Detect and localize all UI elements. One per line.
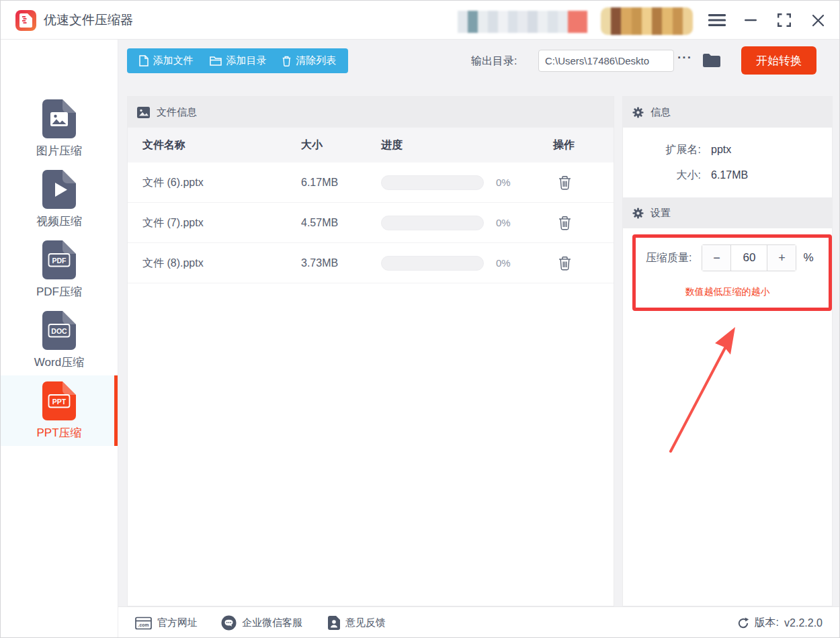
file-actions-toolbar: 添加文件 添加目录 清除列表 xyxy=(127,48,348,73)
gear-icon xyxy=(632,107,644,118)
trash-icon xyxy=(558,256,571,271)
picture-icon xyxy=(137,107,150,118)
svg-text:.com: .com xyxy=(138,623,149,627)
settings-header: 设置 xyxy=(623,197,832,228)
file-size: 4.57MB xyxy=(301,203,338,243)
quality-note: 数值越低压缩的越小 xyxy=(623,286,832,298)
add-file-button[interactable]: 添加文件 xyxy=(135,54,198,67)
delete-file-button[interactable] xyxy=(556,255,573,271)
dotcom-browser-icon: .com xyxy=(135,617,152,630)
ppt-doc-icon: PPT xyxy=(42,381,77,420)
close-icon[interactable] xyxy=(806,1,830,40)
size-label: 大小: xyxy=(623,169,701,183)
quality-stepper: − 60 + xyxy=(702,244,796,271)
quality-plus-button[interactable]: + xyxy=(767,245,796,271)
redacted-avatar xyxy=(601,7,693,35)
sidebar-item-label: 视频压缩 xyxy=(36,214,82,229)
file-size: 3.73MB xyxy=(301,243,338,283)
sidebar-item-ppt-compress[interactable]: PPT PPT压缩 xyxy=(1,375,118,446)
progress-percent: 0% xyxy=(496,163,511,203)
sidebar-item-video-compress[interactable]: 视频压缩 xyxy=(1,164,118,234)
add-folder-icon xyxy=(210,56,222,66)
sidebar-item-label: PDF压缩 xyxy=(36,284,82,300)
progress-bar xyxy=(381,175,484,190)
minimize-icon[interactable] xyxy=(739,1,763,40)
trash-icon xyxy=(558,216,571,230)
sidebar: 图片压缩 视频压缩 PDF PDF压缩 DOC xyxy=(1,40,118,637)
file-list-panel: 文件信息 文件名称 大小 进度 操作 文件 (6).pptx 6.17MB 0%… xyxy=(127,96,614,606)
open-folder-button[interactable] xyxy=(702,52,721,71)
feedback-doc-icon xyxy=(328,616,340,630)
clear-list-button[interactable]: 清除列表 xyxy=(278,54,340,67)
sidebar-item-pdf-compress[interactable]: PDF PDF压缩 xyxy=(1,234,118,305)
info-body: 扩展名: pptx 大小: 6.17MB xyxy=(623,128,832,197)
output-dir-label: 输出目录: xyxy=(471,48,517,73)
add-file-icon xyxy=(139,55,149,66)
file-name: 文件 (6).pptx xyxy=(142,163,204,203)
info-settings-panel: 信息 扩展名: pptx 大小: 6.17MB xyxy=(622,96,833,606)
delete-file-button[interactable] xyxy=(556,175,573,191)
video-doc-icon xyxy=(42,170,77,209)
file-info-title: 文件信息 xyxy=(157,106,197,119)
progress-percent: 0% xyxy=(496,203,511,243)
add-directory-button[interactable]: 添加目录 xyxy=(206,54,271,67)
maximize-icon[interactable] xyxy=(772,1,796,40)
wechat-chat-icon xyxy=(221,615,237,631)
wechat-service-link[interactable]: 企业微信客服 xyxy=(221,607,302,638)
svg-text:PDF: PDF xyxy=(52,256,67,264)
quality-minus-button[interactable]: − xyxy=(702,245,730,271)
file-size: 6.17MB xyxy=(301,163,338,203)
file-info-header: 文件信息 xyxy=(128,97,614,128)
percent-sign: % xyxy=(803,251,813,265)
progress-percent: 0% xyxy=(496,243,511,283)
col-size: 大小 xyxy=(301,128,323,163)
version-update[interactable]: 版本: v2.2.2.0 xyxy=(737,607,823,638)
output-dir-input[interactable] xyxy=(538,50,674,72)
redacted-badge xyxy=(458,11,587,33)
pdf-doc-icon: PDF xyxy=(42,240,77,279)
sidebar-item-image-compress[interactable]: 图片压缩 xyxy=(1,93,118,164)
hamburger-menu-icon[interactable] xyxy=(705,1,729,40)
quality-value[interactable]: 60 xyxy=(730,245,767,271)
progress-bar xyxy=(381,216,484,230)
footer-bar: .com 官方网址 企业微信客服 意见反馈 版本: xyxy=(118,606,839,638)
app-title: 优速文件压缩器 xyxy=(44,1,133,40)
word-doc-icon: DOC xyxy=(42,311,77,350)
table-row: 文件 (6).pptx 6.17MB 0% xyxy=(128,163,614,203)
svg-text:PPT: PPT xyxy=(52,397,67,405)
app-logo-zip-doc-icon xyxy=(15,10,36,31)
table-header: 文件名称 大小 进度 操作 xyxy=(128,128,614,163)
sidebar-item-label: PPT压缩 xyxy=(36,425,81,441)
official-website-link[interactable]: .com 官方网址 xyxy=(135,607,198,638)
start-convert-button[interactable]: 开始转换 xyxy=(741,46,816,75)
file-name: 文件 (8).pptx xyxy=(142,243,204,283)
sidebar-item-label: 图片压缩 xyxy=(36,143,82,158)
size-value: 6.17MB xyxy=(711,169,748,181)
version-label: 版本: xyxy=(755,616,779,630)
browse-more-button[interactable]: ··· xyxy=(677,45,692,70)
quality-label: 压缩质量: xyxy=(646,251,691,265)
progress-bar xyxy=(381,256,484,271)
version-value: v2.2.2.0 xyxy=(784,617,823,629)
trash-icon xyxy=(282,56,291,66)
table-row: 文件 (7).pptx 4.57MB 0% xyxy=(128,203,614,243)
titlebar: 优速文件压缩器 xyxy=(1,1,839,40)
col-progress: 进度 xyxy=(381,128,403,163)
sidebar-item-word-compress[interactable]: DOC Word压缩 xyxy=(1,305,118,375)
app-window: 优速文件压缩器 xyxy=(0,0,840,638)
image-doc-icon xyxy=(42,99,77,138)
ext-value: pptx xyxy=(711,144,731,156)
trash-icon xyxy=(558,175,571,190)
info-title: 信息 xyxy=(650,106,671,119)
file-name: 文件 (7).pptx xyxy=(142,203,204,243)
ext-label: 扩展名: xyxy=(623,143,701,157)
settings-title: 设置 xyxy=(650,207,671,220)
feedback-link[interactable]: 意见反馈 xyxy=(328,607,386,638)
svg-text:DOC: DOC xyxy=(51,326,67,334)
refresh-icon xyxy=(737,617,749,629)
folder-icon xyxy=(702,52,721,69)
table-row: 文件 (8).pptx 3.73MB 0% xyxy=(128,243,614,283)
delete-file-button[interactable] xyxy=(556,215,573,231)
sidebar-item-label: Word压缩 xyxy=(34,355,84,370)
col-operation: 操作 xyxy=(553,128,575,163)
